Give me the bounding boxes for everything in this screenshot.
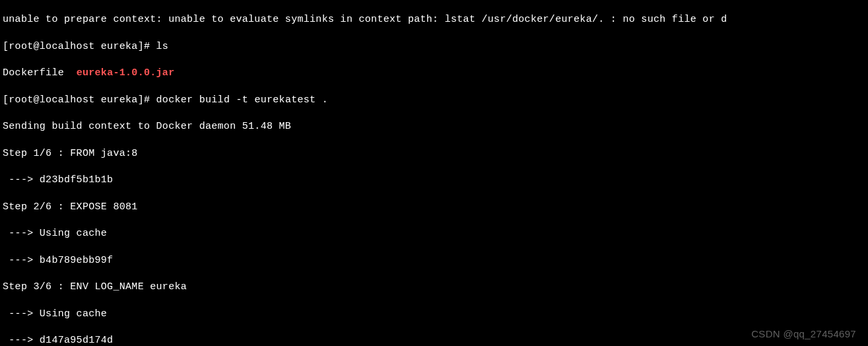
watermark-text: CSDN @qq_27454697 bbox=[751, 328, 856, 341]
terminal-output[interactable]: unable to prepare context: unable to eva… bbox=[3, 0, 865, 346]
prompt-line-build: [root@localhost eureka]# docker build -t… bbox=[3, 94, 865, 107]
file-dockerfile: Dockerfile bbox=[3, 67, 64, 79]
build-step3: Step 3/6 : ENV LOG_NAME eureka bbox=[3, 281, 865, 294]
command-docker-build: docker build -t eurekatest . bbox=[156, 94, 328, 106]
shell-prompt: [root@localhost eureka]# bbox=[3, 94, 150, 106]
build-step2: Step 2/6 : EXPOSE 8081 bbox=[3, 201, 865, 214]
error-line: unable to prepare context: unable to eva… bbox=[3, 13, 865, 26]
prompt-line-ls: [root@localhost eureka]# ls bbox=[3, 40, 865, 53]
ls-output-line: Dockerfile eureka-1.0.0.jar bbox=[3, 67, 865, 80]
build-sending: Sending build context to Docker daemon 5… bbox=[3, 120, 865, 133]
build-step3-cache: ---> Using cache bbox=[3, 308, 865, 321]
command-ls: ls bbox=[156, 41, 169, 52]
build-step3-hash: ---> d147a95d174d bbox=[3, 334, 865, 346]
shell-prompt: [root@localhost eureka]# bbox=[3, 41, 150, 52]
build-step2-cache: ---> Using cache bbox=[3, 227, 865, 240]
file-jar: eureka-1.0.0.jar bbox=[77, 67, 175, 79]
build-step1-hash: ---> d23bdf5b1b1b bbox=[3, 174, 865, 187]
build-step1: Step 1/6 : FROM java:8 bbox=[3, 147, 865, 160]
build-step2-hash: ---> b4b789ebb99f bbox=[3, 254, 865, 267]
